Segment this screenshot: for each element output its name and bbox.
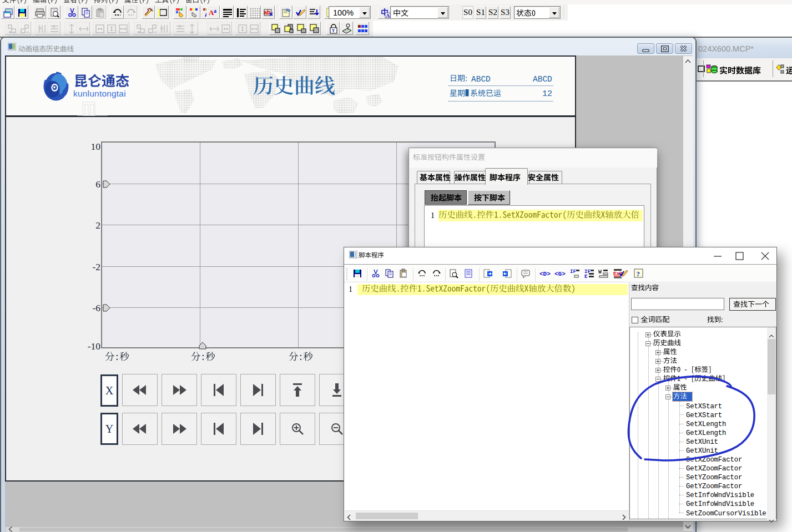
svg-text:A: A (386, 13, 390, 18)
svg-text:ab: ab (264, 9, 271, 16)
svg-text:?: ? (637, 270, 640, 278)
svg-text:W: W (598, 269, 602, 275)
svg-text:IF: IF (570, 269, 576, 275)
svg-text:T: T (332, 28, 335, 33)
svg-text:a: a (214, 8, 216, 14)
svg-text:E: E (584, 274, 588, 278)
